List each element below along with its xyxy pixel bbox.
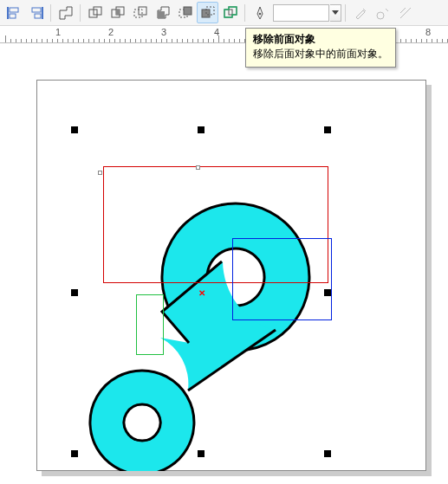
sel-handle-n[interactable]: [198, 126, 205, 133]
sel-handle-s[interactable]: [198, 450, 205, 457]
svg-rect-2: [10, 14, 16, 18]
sel-handle-ne[interactable]: [324, 126, 331, 133]
sel-handle-w[interactable]: [71, 289, 78, 296]
eyedropper-button: [349, 2, 371, 23]
ruler-label: 8: [425, 27, 431, 37]
simplify-button[interactable]: [129, 2, 151, 23]
svg-point-21: [377, 12, 384, 19]
canvas-area[interactable]: ✕: [0, 43, 448, 484]
svg-rect-15: [184, 7, 192, 15]
svg-rect-5: [35, 14, 41, 18]
pen-tool-button[interactable]: [249, 2, 270, 23]
front-minus-back-button[interactable]: [152, 2, 173, 23]
tooltip-title: 移除前面对象: [253, 32, 388, 47]
tooltip: 移除前面对象 移除后面对象中的前面对象。: [245, 28, 396, 68]
back-minus-front-button[interactable]: [174, 2, 196, 23]
trim-button[interactable]: [84, 2, 106, 23]
blue-rect[interactable]: [232, 238, 332, 320]
node-marker[interactable]: [98, 171, 102, 175]
node-marker[interactable]: [196, 165, 200, 170]
svg-rect-4: [32, 8, 41, 12]
svg-rect-10: [116, 10, 120, 15]
sel-handle-nw[interactable]: [71, 126, 78, 133]
ruler-label: 2: [108, 27, 114, 37]
green-rect[interactable]: [136, 294, 164, 355]
shaping-toolbar: [0, 0, 448, 26]
sel-handle-sw[interactable]: [71, 450, 78, 457]
svg-rect-13: [158, 11, 165, 18]
weld-button[interactable]: [55, 2, 76, 23]
boundary-button[interactable]: [219, 2, 241, 23]
attributes-eyedropper-button: [372, 2, 393, 23]
toolbar-sep-1: [50, 4, 51, 22]
ruler-label: 1: [55, 27, 61, 37]
toolbar-sep-4: [345, 4, 346, 22]
toolbar-sep-2: [80, 4, 81, 22]
sel-handle-e[interactable]: [324, 289, 331, 296]
tooltip-desc: 移除后面对象中的前面对象。: [253, 47, 388, 61]
fill-color-dropdown[interactable]: [330, 4, 341, 22]
clone-button: [394, 2, 416, 23]
svg-rect-1: [10, 8, 18, 12]
ruler-label: 3: [161, 27, 166, 37]
svg-point-20: [258, 12, 261, 15]
fill-color-swatch[interactable]: [273, 4, 329, 22]
toolbar-sep-3: [244, 4, 245, 22]
align-right-button[interactable]: [25, 2, 47, 23]
align-left-button[interactable]: [3, 2, 24, 23]
svg-rect-3: [42, 7, 43, 19]
sel-handle-se[interactable]: [324, 450, 331, 457]
intersect-button[interactable]: [107, 2, 128, 23]
remove-front-button[interactable]: [197, 2, 218, 23]
svg-rect-0: [7, 7, 9, 19]
